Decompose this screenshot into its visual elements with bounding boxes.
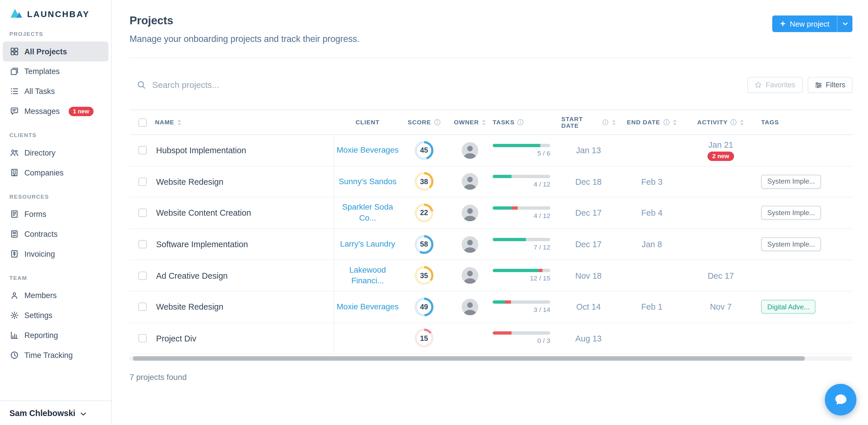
sidebar-item-directory[interactable]: Directory [3, 143, 108, 163]
select-all-checkbox[interactable] [138, 118, 146, 126]
start-date: Aug 13 [561, 323, 616, 354]
brand-name: LAUNCHBAY [27, 9, 90, 20]
sidebar-item-members[interactable]: Members [3, 285, 108, 305]
client-link[interactable]: Sunny's Sandos [338, 176, 398, 187]
people-icon [9, 148, 19, 157]
owner-avatar [462, 236, 478, 252]
filters-button[interactable]: Filters [808, 77, 852, 93]
row-checkbox[interactable] [138, 146, 146, 155]
row-checkbox[interactable] [138, 303, 146, 311]
table-row[interactable]: Ad Creative Design Lakewood Financi... 3… [130, 260, 852, 291]
row-checkbox[interactable] [138, 240, 146, 249]
sidebar-item-settings[interactable]: Settings [3, 305, 108, 325]
owner-avatar [462, 299, 478, 315]
score-value: 35 [417, 268, 431, 283]
sidebar-item-label: Reporting [24, 331, 58, 340]
page-header: Projects Manage your onboarding projects… [130, 0, 852, 58]
end-date: Jan 8 [616, 229, 688, 260]
chevron-down-icon [842, 22, 848, 26]
app: LAUNCHBAY PROJECTSAll ProjectsTemplatesA… [0, 0, 868, 425]
tasks-progress [493, 238, 550, 241]
sidebar-item-reporting[interactable]: Reporting [3, 325, 108, 345]
tag-pill: System Imple... [761, 237, 821, 251]
templates-icon [9, 67, 19, 76]
tasks-icon [9, 87, 19, 96]
sort-icon[interactable] [740, 120, 744, 126]
sidebar-item-messages[interactable]: Messages1 new [3, 101, 108, 121]
col-owner: OWNER [454, 119, 479, 126]
client-link[interactable]: Sparkler Soda Co... [335, 202, 401, 224]
brand-logo[interactable]: LAUNCHBAY [0, 0, 112, 24]
member-icon [9, 291, 19, 300]
score-ring: 58 [414, 235, 433, 254]
plus-icon: + [780, 20, 785, 28]
main-content: Projects Manage your onboarding projects… [112, 0, 868, 425]
sort-icon[interactable] [673, 120, 677, 126]
sidebar-item-label: Templates [24, 67, 60, 76]
sidebar-item-label: All Tasks [24, 87, 55, 96]
row-checkbox[interactable] [138, 271, 146, 280]
sidebar-item-label: Forms [24, 209, 46, 219]
project-name: Website Redesign [156, 177, 223, 187]
table-row[interactable]: Project Div 15 0 / 3 Aug 13 [130, 323, 852, 354]
info-icon [517, 119, 524, 126]
chat-widget-button[interactable] [825, 384, 857, 416]
client-link[interactable]: Lakewood Financi... [335, 265, 401, 287]
clock-icon [9, 351, 19, 360]
row-checkbox[interactable] [138, 177, 146, 186]
client-link[interactable]: Moxie Beverages [335, 145, 400, 156]
grid-icon [9, 47, 19, 56]
row-checkbox[interactable] [138, 334, 146, 342]
favorites-button[interactable]: Favorites [747, 77, 802, 93]
sidebar-item-time-tracking[interactable]: Time Tracking [3, 345, 108, 365]
sidebar-item-contracts[interactable]: Contracts [3, 224, 108, 244]
sort-icon[interactable] [611, 120, 615, 126]
sort-icon[interactable] [482, 120, 486, 126]
score-value: 38 [417, 174, 431, 189]
sidebar-item-label: Messages [24, 107, 60, 116]
new-project-button[interactable]: + New project [773, 15, 837, 32]
col-name: NAME [155, 119, 175, 126]
score-value: 15 [417, 331, 431, 346]
table-row[interactable]: Website Redesign Moxie Beverages 49 3 / … [130, 291, 852, 323]
sidebar-item-invoicing[interactable]: Invoicing [3, 244, 108, 264]
sidebar-item-all-projects[interactable]: All Projects [3, 41, 108, 61]
sidebar-item-all-tasks[interactable]: All Tasks [3, 81, 108, 101]
tag-pill: System Imple... [761, 175, 821, 189]
table-row[interactable]: Hubspot Implementation Moxie Beverages 4… [130, 135, 852, 166]
tasks-count: 7 / 12 [493, 243, 550, 251]
tasks-progress [493, 269, 550, 272]
projects-table: NAME CLIENT SCORE OWNER TASKS START DATE… [130, 109, 852, 354]
horizontal-scrollbar[interactable] [130, 356, 852, 361]
client-link[interactable]: Moxie Beverages [335, 301, 400, 312]
table-row[interactable]: Website Redesign Sunny's Sandos 38 4 / 1… [130, 166, 852, 197]
star-icon [754, 81, 762, 89]
tasks-count: 12 / 15 [493, 274, 550, 282]
owner-avatar [462, 142, 478, 158]
activity-date: Dec 17 [708, 271, 734, 281]
table-row[interactable]: Website Content Creation Sparkler Soda C… [130, 197, 852, 229]
sliders-icon [815, 81, 822, 88]
new-project-dropdown-button[interactable] [837, 15, 852, 32]
page-subtitle: Manage your onboarding projects and trac… [130, 34, 360, 44]
row-checkbox[interactable] [138, 209, 146, 217]
search-box[interactable] [130, 80, 341, 90]
project-name: Project Div [156, 333, 196, 343]
sort-icon[interactable] [177, 120, 181, 126]
table-row[interactable]: Software Implementation Larry's Laundry … [130, 229, 852, 260]
start-date: Dec 17 [561, 197, 616, 228]
user-menu[interactable]: Sam Chlebowski [0, 400, 112, 425]
messages-icon [9, 107, 19, 116]
sidebar-item-companies[interactable]: Companies [3, 163, 108, 183]
new-project-split-button: + New project [773, 15, 852, 32]
scrollbar-thumb[interactable] [133, 356, 805, 361]
score-value: 58 [417, 237, 431, 252]
brand-icon [9, 7, 24, 22]
client-link[interactable]: Larry's Laundry [339, 239, 396, 250]
sidebar-item-forms[interactable]: Forms [3, 204, 108, 224]
search-input[interactable] [152, 80, 341, 90]
tasks-progress [493, 175, 550, 178]
sidebar-item-templates[interactable]: Templates [3, 61, 108, 81]
end-date: Feb 4 [616, 197, 688, 228]
tasks-count: 4 / 12 [493, 181, 550, 188]
